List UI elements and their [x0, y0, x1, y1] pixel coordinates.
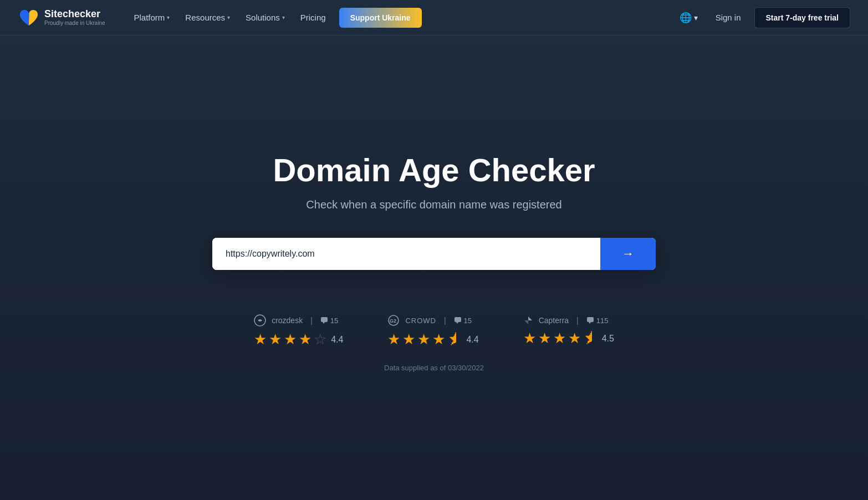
language-selector[interactable]: 🌐 ▾ [675, 8, 702, 27]
hero-subtitle: Check when a specific domain name was re… [306, 198, 561, 211]
capterra-review-count: 115 [586, 317, 609, 325]
globe-icon: 🌐 [680, 12, 692, 24]
capterra-stars: ★ ★ ★ ★ ⯨ 4.5 [523, 330, 614, 347]
star-empty: ☆ [314, 331, 326, 348]
svg-rect-1 [321, 317, 328, 322]
g2-icon: G2 [387, 314, 400, 326]
crozdesk-rating: crozdesk | 15 ★ ★ ★ ★ ☆ 4.4 [254, 314, 343, 348]
logo[interactable]: Sitechecker Proudly made in Ukraine [18, 8, 105, 28]
svg-marker-6 [524, 320, 528, 324]
svg-text:G2: G2 [390, 318, 396, 324]
svg-rect-7 [587, 317, 594, 322]
ratings-row: crozdesk | 15 ★ ★ ★ ★ ☆ 4.4 G2 [185, 314, 683, 348]
star-half: ⯨ [583, 330, 598, 347]
hero-title: Domain Age Checker [273, 152, 595, 188]
star-1: ★ [523, 330, 536, 347]
comment-icon [454, 317, 462, 324]
hero-section: Domain Age Checker Check when a specific… [0, 35, 868, 500]
comment-icon [320, 317, 328, 324]
navbar: Sitechecker Proudly made in Ukraine Plat… [0, 0, 868, 35]
star-1: ★ [254, 331, 267, 348]
logo-icon [18, 8, 40, 28]
nav-resources[interactable]: Resources ▾ [178, 8, 237, 27]
g2crowd-rating: G2 CROWD | 15 ★ ★ ★ ★ ⯨ 4.4 [387, 314, 478, 348]
chevron-down-icon: ▾ [167, 14, 170, 21]
logo-tagline: Proudly made in Ukraine [44, 20, 105, 26]
star-half: ⯨ [447, 331, 462, 348]
domain-search-input[interactable] [212, 238, 600, 270]
svg-rect-4 [455, 317, 461, 322]
star-4: ★ [299, 331, 312, 348]
arrow-right-icon: → [622, 247, 634, 261]
star-3: ★ [417, 331, 430, 348]
star-3: ★ [553, 330, 566, 347]
nav-right: 🌐 ▾ Sign in Start 7-day free trial [675, 7, 850, 28]
capterra-icon [523, 315, 533, 325]
star-3: ★ [284, 331, 297, 348]
crozdesk-review-icon: 15 [320, 317, 338, 325]
capterra-source: Capterra | 115 [523, 315, 609, 325]
support-ukraine-button[interactable]: Support Ukraine [339, 8, 422, 28]
capterra-rating: Capterra | 115 ★ ★ ★ ★ ⯨ 4.5 [523, 315, 614, 347]
nav-solutions[interactable]: Solutions ▾ [239, 8, 292, 27]
chevron-down-icon: ▾ [282, 14, 285, 21]
chevron-down-icon: ▾ [694, 13, 698, 22]
star-2: ★ [538, 330, 551, 347]
svg-marker-5 [528, 317, 532, 320]
data-note: Data supplied as of 03/30/2022 [384, 364, 484, 372]
chevron-down-icon: ▾ [227, 14, 230, 21]
nav-platform[interactable]: Platform ▾ [127, 8, 177, 27]
trial-button[interactable]: Start 7-day free trial [754, 7, 851, 28]
star-2: ★ [402, 331, 415, 348]
crozdesk-icon [254, 314, 266, 326]
g2-stars: ★ ★ ★ ★ ⯨ 4.4 [387, 331, 478, 348]
g2-review-count: 15 [454, 317, 472, 325]
nav-links: Platform ▾ Resources ▾ Solutions ▾ Prici… [127, 8, 675, 28]
crozdesk-label: crozdesk [272, 316, 303, 325]
g2crowd-source: G2 CROWD | 15 [387, 314, 472, 326]
logo-name: Sitechecker [44, 9, 105, 20]
signin-button[interactable]: Sign in [707, 8, 750, 27]
g2-score: 4.4 [466, 335, 478, 345]
comment-icon [586, 317, 594, 324]
star-1: ★ [387, 331, 400, 348]
crozdesk-source: crozdesk | 15 [254, 314, 338, 326]
star-4: ★ [432, 331, 445, 348]
nav-pricing[interactable]: Pricing [294, 8, 333, 27]
capterra-score: 4.5 [602, 334, 614, 344]
crozdesk-score: 4.4 [331, 335, 343, 345]
star-4: ★ [568, 330, 581, 347]
crozdesk-stars: ★ ★ ★ ★ ☆ 4.4 [254, 331, 343, 348]
g2-label: CROWD [405, 317, 436, 325]
capterra-label: Capterra [539, 316, 569, 325]
star-2: ★ [269, 331, 282, 348]
search-button[interactable]: → [600, 238, 656, 270]
search-container: → [212, 238, 656, 270]
